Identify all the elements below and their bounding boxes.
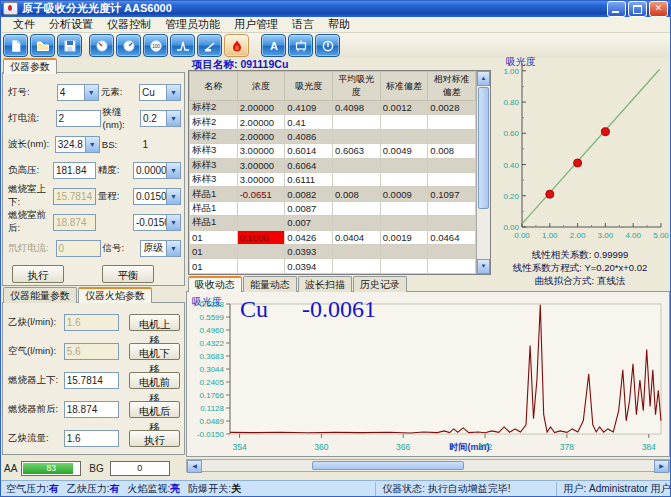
text-input[interactable]: 15.7814 bbox=[64, 372, 119, 389]
table-row[interactable]: 样品10.0087 bbox=[190, 201, 476, 215]
motor-button[interactable]: 电机前移 bbox=[129, 372, 180, 389]
energy-gauge-button[interactable] bbox=[116, 34, 141, 57]
user-value: Administrator bbox=[589, 483, 648, 494]
field-label: 燃烧室前后: bbox=[8, 209, 53, 235]
burner-align-button[interactable] bbox=[197, 34, 222, 57]
menu-item-仪器控制[interactable]: 仪器控制 bbox=[100, 17, 158, 32]
svg-text:360: 360 bbox=[314, 442, 328, 452]
dropdown[interactable]: Cu▼ bbox=[139, 84, 181, 101]
column-header[interactable]: 标准偏差 bbox=[380, 72, 428, 101]
table-row[interactable]: 标样22.000000.41 bbox=[190, 115, 476, 129]
menu-item-分析设置[interactable]: 分析设置 bbox=[42, 17, 100, 32]
table-row[interactable]: 010.10080.04260.04040.00190.0464 bbox=[190, 230, 476, 244]
table-row[interactable]: 标样33.000000.60140.60630.00490.008 bbox=[190, 144, 476, 158]
dropdown[interactable]: 0.0150▼ bbox=[133, 188, 181, 205]
chevron-down-icon[interactable]: ▼ bbox=[166, 241, 180, 256]
action-button[interactable]: 平衡 bbox=[102, 265, 154, 283]
new-file-button[interactable] bbox=[3, 34, 28, 57]
scroll-thumb[interactable] bbox=[312, 461, 464, 470]
tab-历史记录[interactable]: 历史记录 bbox=[353, 276, 407, 292]
scroll-right-icon[interactable]: ▶ bbox=[654, 460, 669, 473]
text-input[interactable]: 2 bbox=[56, 110, 101, 127]
table-row[interactable]: 样品10.007 bbox=[190, 216, 476, 230]
table-row[interactable]: 标样33.000000.6064 bbox=[190, 158, 476, 172]
tab-仪器火焰参数[interactable]: 仪器火焰参数 bbox=[78, 287, 152, 303]
chevron-down-icon[interactable]: ▼ bbox=[84, 85, 98, 100]
chevron-down-icon[interactable]: ▼ bbox=[166, 189, 180, 204]
minimize-button[interactable] bbox=[607, 1, 626, 17]
table-row[interactable]: 样品1-0.06510.00820.0080.00090.1097 bbox=[190, 187, 476, 201]
column-header[interactable]: 名称 bbox=[190, 72, 238, 101]
tab-instrument-params[interactable]: 仪器参数 bbox=[3, 58, 57, 74]
menu-item-用户管理[interactable]: 用户管理 bbox=[227, 17, 285, 32]
scroll-down-icon[interactable]: ▼ bbox=[477, 259, 490, 274]
dropdown[interactable]: -0.0150▼ bbox=[133, 214, 181, 231]
dropdown[interactable]: 0.2▼ bbox=[140, 110, 181, 127]
motor-button[interactable]: 执行 bbox=[129, 430, 180, 447]
chevron-down-icon[interactable]: ▼ bbox=[166, 85, 180, 100]
dropdown[interactable]: 原级▼ bbox=[140, 240, 181, 257]
project-label: 项目名称: bbox=[192, 58, 238, 70]
table-cell: 0.4109 bbox=[285, 101, 333, 115]
menu-item-管理员功能[interactable]: 管理员功能 bbox=[158, 17, 227, 32]
close-button[interactable] bbox=[649, 1, 668, 17]
dropdown[interactable]: 324.8▼ bbox=[55, 136, 100, 153]
svg-text:0.4322: 0.4322 bbox=[200, 339, 225, 348]
instrument-button[interactable] bbox=[288, 34, 313, 57]
svg-text:-0.0150: -0.0150 bbox=[197, 430, 225, 439]
chevron-down-icon[interactable]: ▼ bbox=[166, 215, 180, 230]
text-input[interactable]: 18.874 bbox=[64, 401, 119, 418]
energy-gauge-icon bbox=[122, 39, 136, 53]
menu-item-语言[interactable]: 语言 bbox=[285, 17, 321, 32]
column-header[interactable]: 平均吸光度 bbox=[333, 72, 381, 101]
open-file-button[interactable] bbox=[30, 34, 55, 57]
svg-text:384: 384 bbox=[642, 442, 656, 452]
save-button[interactable] bbox=[57, 34, 82, 57]
tab-仪器能量参数[interactable]: 仪器能量参数 bbox=[3, 287, 77, 303]
table-cell: 0.1008 bbox=[237, 230, 285, 244]
chevron-down-icon[interactable]: ▼ bbox=[85, 137, 99, 152]
table-cell bbox=[237, 259, 285, 274]
text-input[interactable]: 1.6 bbox=[64, 430, 119, 447]
action-button[interactable]: 执行 bbox=[12, 265, 64, 283]
letter-a-icon: A bbox=[267, 39, 281, 53]
dropdown[interactable]: 0.0000▼ bbox=[133, 162, 181, 179]
chevron-down-icon[interactable]: ▼ bbox=[166, 163, 180, 178]
instrument-fields: 灯号:4▼元素:Cu▼灯电流:2狭缝(nm):0.2▼波长(nm):324.8▼… bbox=[8, 79, 181, 261]
chevron-down-icon[interactable]: ▼ bbox=[166, 111, 180, 126]
column-header[interactable]: 吸光度 bbox=[285, 72, 333, 101]
table-row[interactable]: 010.0393 bbox=[190, 245, 476, 259]
flame-ignite-button[interactable] bbox=[224, 34, 249, 57]
tab-能量动态[interactable]: 能量动态 bbox=[243, 276, 297, 292]
scroll-up-icon[interactable]: ▲ bbox=[477, 71, 490, 86]
peak-scan-button[interactable] bbox=[170, 34, 195, 57]
menu-item-帮助[interactable]: 帮助 bbox=[321, 17, 357, 32]
table-row[interactable]: 010.0394 bbox=[190, 259, 476, 274]
lamp-gauge-button[interactable] bbox=[89, 34, 114, 57]
maximize-button[interactable] bbox=[628, 1, 647, 17]
scroll-left-icon[interactable]: ◀ bbox=[187, 460, 202, 473]
text-input: 0 bbox=[56, 240, 101, 257]
dynamics-horizontal-scrollbar[interactable]: ◀ ▶ bbox=[186, 459, 670, 472]
motor-button[interactable]: 电机上移 bbox=[129, 314, 180, 331]
table-row[interactable]: 标样22.000000.4086 bbox=[190, 129, 476, 143]
text-input[interactable]: 181.84 bbox=[53, 162, 96, 179]
table-cell: 0.008 bbox=[428, 144, 476, 158]
power-stop-button[interactable] bbox=[315, 34, 340, 57]
menu-item-文件[interactable]: 文件 bbox=[6, 17, 42, 32]
table-vertical-scrollbar[interactable]: ▲ ▼ bbox=[476, 71, 490, 274]
table-row[interactable]: 标样33.000000.6111 bbox=[190, 173, 476, 187]
table-row[interactable]: 标样22.000000.41090.40980.00120.0028 bbox=[190, 101, 476, 115]
tab-波长扫描[interactable]: 波长扫描 bbox=[298, 276, 352, 292]
column-header[interactable]: 浓度 bbox=[237, 72, 285, 101]
scroll-thumb[interactable] bbox=[478, 87, 489, 209]
element-symbol: Cu bbox=[240, 296, 268, 322]
dropdown[interactable]: 4▼ bbox=[57, 84, 99, 101]
gain-gauge-button[interactable]: 100 bbox=[143, 34, 168, 57]
column-header[interactable]: 相对标准偏差 bbox=[428, 72, 476, 101]
tab-吸收动态[interactable]: 吸收动态 bbox=[188, 276, 242, 292]
motor-button[interactable]: 电机后移 bbox=[129, 401, 180, 418]
auto-zero-button[interactable]: A bbox=[261, 34, 286, 57]
motor-button[interactable]: 电机下移 bbox=[129, 343, 180, 360]
burner-icon bbox=[203, 39, 217, 53]
